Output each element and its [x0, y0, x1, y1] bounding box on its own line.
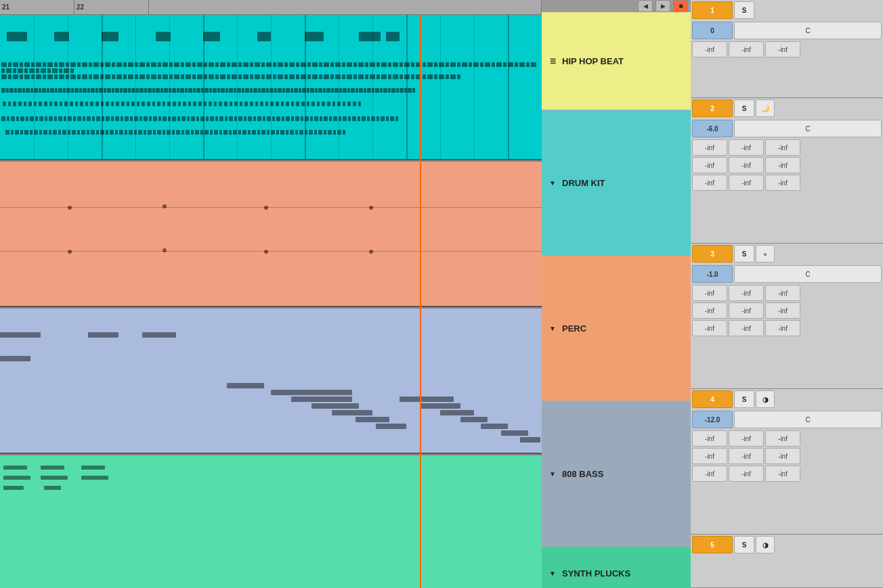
c-button-hiphop[interactable]: C: [734, 22, 882, 39]
track-name-808[interactable]: ▼ 808 BASS: [542, 401, 691, 547]
inf-row-808-3: -inf -inf -inf: [691, 465, 883, 482]
inf-row-perc-3: -inf -inf -inf: [691, 319, 883, 337]
volume-drumkit[interactable]: -6.0: [692, 120, 733, 137]
circle-button-perc[interactable]: ●: [756, 245, 775, 263]
track-drum-kit-arrangement[interactable]: [0, 15, 542, 160]
track-name-synth[interactable]: ▼ SYNTH PLUCKS: [542, 547, 691, 588]
inf-btn-b1-2[interactable]: -inf: [729, 430, 764, 447]
nav-back-button[interactable]: ◀: [638, 0, 653, 12]
solo-button-drumkit[interactable]: S: [734, 99, 754, 117]
track-number-hiphop[interactable]: 1: [692, 1, 733, 19]
expand-arrow-synth: ▼: [547, 568, 558, 579]
inf-btn-p2-3[interactable]: -inf: [765, 302, 800, 319]
inf-btn-dk3-1[interactable]: -inf: [692, 175, 727, 191]
track-perc-arrangement[interactable]: [0, 162, 542, 307]
halfmoon-button-synth[interactable]: ◑: [756, 536, 775, 553]
inf-btn-h1-1[interactable]: -inf: [692, 41, 727, 58]
ctrl-row-perc-2: -1.0 C: [691, 264, 883, 284]
inf-btn-b1-1[interactable]: -inf: [692, 430, 727, 447]
inf-btn-p3-1[interactable]: -inf: [692, 320, 727, 336]
nav-forward-button[interactable]: ▶: [655, 0, 670, 12]
drum-block: [102, 32, 119, 41]
c-button-808[interactable]: C: [734, 411, 882, 428]
drum-pattern-row6: [0, 130, 542, 135]
solo-button-808[interactable]: S: [734, 390, 754, 408]
solo-button-perc[interactable]: S: [734, 245, 754, 263]
inf-row-perc-1: -inf -inf -inf: [691, 284, 883, 302]
arrangement-area: 21 22: [0, 0, 542, 588]
volume-hiphop[interactable]: 0: [692, 22, 733, 39]
track-names-column: ◀ ▶ ⏺ ☰ HIP HOP BEAT ▼ DRUM KIT ▼ PERC ▼: [542, 0, 691, 588]
track-808-arrangement[interactable]: [0, 309, 542, 454]
waveform-line2: [0, 251, 542, 252]
moon-button-drumkit[interactable]: 🌙: [756, 99, 775, 117]
c-button-perc[interactable]: C: [734, 265, 882, 283]
track-synth-arrangement[interactable]: [0, 455, 542, 588]
track-number-perc[interactable]: 3: [692, 245, 733, 263]
c-button-drumkit[interactable]: C: [734, 120, 882, 137]
playhead: [420, 15, 421, 588]
inf-btn-dk3-3[interactable]: -inf: [765, 175, 800, 191]
track-label-808: 808 BASS: [562, 469, 603, 479]
expand-arrow-perc: ▼: [547, 323, 558, 334]
inf-btn-dk1-3[interactable]: -inf: [765, 139, 800, 156]
inf-btn-b2-1[interactable]: -inf: [692, 448, 727, 464]
track-number-synth[interactable]: 5: [692, 536, 733, 553]
ctrl-block-perc: 3 S ● -1.0 C -inf -inf -inf -inf -inf -i…: [691, 244, 883, 389]
inf-btn-b2-3[interactable]: -inf: [765, 448, 800, 464]
track-label-perc: PERC: [562, 323, 586, 334]
volume-perc[interactable]: -1.0: [692, 265, 733, 283]
halfmoon-button-808[interactable]: ◑: [756, 390, 775, 408]
drum-block: [257, 32, 271, 41]
track-number-808[interactable]: 4: [692, 390, 733, 408]
inf-btn-dk1-2[interactable]: -inf: [729, 139, 764, 156]
ruler-mark-22: 22: [74, 0, 149, 14]
inf-row-808-2: -inf -inf -inf: [691, 447, 883, 465]
track-controls-column: 1 S 0 C -inf -inf -inf 2 S 🌙: [691, 0, 883, 588]
ctrl-block-hiphop: 1 S 0 C -inf -inf -inf: [691, 0, 883, 98]
ruler-marks: 21 22: [0, 0, 542, 14]
expand-arrow-808: ▼: [547, 468, 558, 479]
inf-btn-p2-2[interactable]: -inf: [729, 302, 764, 319]
ctrl-row-synth-1: 5 S ◑: [691, 535, 883, 555]
ctrl-row-perc-1: 3 S ●: [691, 244, 883, 264]
inf-btn-b3-1[interactable]: -inf: [692, 466, 727, 482]
inf-btn-p2-1[interactable]: -inf: [692, 302, 727, 319]
track-number-drumkit[interactable]: 2: [692, 99, 733, 117]
inf-btn-b1-3[interactable]: -inf: [765, 430, 800, 447]
expand-arrow-drumkit: ▼: [547, 177, 558, 188]
solo-button-synth[interactable]: S: [734, 536, 754, 553]
inf-btn-dk2-3[interactable]: -inf: [765, 157, 800, 173]
track-label-drumkit: DRUM KIT: [562, 178, 605, 188]
drum-block: [156, 32, 171, 41]
inf-btn-b3-2[interactable]: -inf: [729, 466, 764, 482]
drum-block: [359, 32, 381, 41]
track-name-perc[interactable]: ▼ PERC: [542, 256, 691, 401]
nav-record-button[interactable]: ⏺: [673, 0, 688, 12]
track-name-drumkit[interactable]: ▼ DRUM KIT: [542, 110, 691, 256]
inf-btn-dk3-2[interactable]: -inf: [729, 175, 764, 191]
inf-btn-p1-3[interactable]: -inf: [765, 285, 800, 301]
inf-row-808-1: -inf -inf -inf: [691, 430, 883, 447]
app-container: 21 22: [0, 0, 883, 588]
ctrl-row-808-2: -12.0 C: [691, 409, 883, 430]
solo-button-hiphop[interactable]: S: [734, 1, 754, 19]
inf-btn-b2-2[interactable]: -inf: [729, 448, 764, 464]
inf-btn-p1-1[interactable]: -inf: [692, 285, 727, 301]
ctrl-row-drumkit-1: 2 S 🌙: [691, 98, 883, 118]
inf-btn-p1-2[interactable]: -inf: [729, 285, 764, 301]
track-name-hiphop[interactable]: ☰ HIP HOP BEAT: [542, 12, 691, 110]
inf-btn-b3-3[interactable]: -inf: [765, 466, 800, 482]
volume-808[interactable]: -12.0: [692, 411, 733, 428]
inf-btn-p3-2[interactable]: -inf: [729, 320, 764, 336]
inf-btn-p3-3[interactable]: -inf: [765, 320, 800, 336]
inf-btn-h1-2[interactable]: -inf: [729, 41, 764, 58]
grid-lines-drumkit: [0, 15, 542, 159]
track-label-synth: SYNTH PLUCKS: [562, 568, 630, 579]
ruler-mark-23: [149, 0, 542, 14]
inf-btn-dk1-1[interactable]: -inf: [692, 139, 727, 156]
inf-row-perc-2: -inf -inf -inf: [691, 302, 883, 319]
inf-btn-h1-3[interactable]: -inf: [765, 41, 800, 58]
inf-btn-dk2-2[interactable]: -inf: [729, 157, 764, 173]
inf-btn-dk2-1[interactable]: -inf: [692, 157, 727, 173]
